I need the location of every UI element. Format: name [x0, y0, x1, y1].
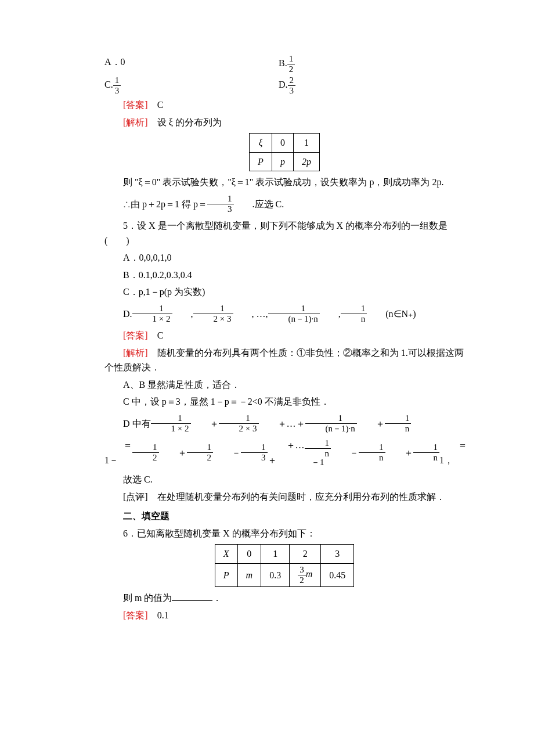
m-suffix: m — [306, 569, 313, 579]
q5-D-pre: D. — [104, 307, 132, 322]
q4-explain-line1: 则 "ξ＝0" 表示试验失败，"ξ＝1" 表示试验成功，设失败率为 p，则成功率… — [104, 175, 464, 190]
cell-p: p — [272, 152, 293, 171]
answer-label: [答案] — [123, 610, 148, 620]
opt-C-prefix: C. — [104, 80, 113, 89]
sum-1-n: 1n — [385, 414, 412, 433]
table-row: ξ 0 1 — [250, 134, 320, 153]
q6-blank-post: ． — [212, 593, 222, 603]
q6-distribution-table: X 0 1 2 3 P m 0.3 32m 0.45 — [215, 544, 354, 587]
q5-exp2: A、B 显然满足性质，适合． — [104, 377, 464, 393]
explain-label: [解析] — [123, 117, 148, 127]
opt-D-prefix: D. — [279, 80, 288, 89]
cell-1: 1 — [261, 545, 290, 564]
answer-label: [答案] — [123, 100, 148, 110]
cell-3-2-m: 32m — [290, 564, 321, 587]
q6-answer-value: 0.1 — [157, 610, 169, 620]
q4-distribution-table: ξ 0 1 P p 2p — [249, 133, 320, 171]
q6-answer-line: [答案] 0.1 — [104, 608, 464, 623]
tele-1-3: 13 — [241, 443, 268, 462]
q5-answer-line: [答案] C — [104, 328, 464, 343]
tele-1-2b: 12 — [187, 443, 214, 462]
frac-1-3: 13 — [113, 76, 121, 95]
eq-pre: ＝1－ — [104, 438, 132, 467]
q5-remark-text: 在处理随机变量分布列的有关问题时，应充分利用分布列的性质求解． — [157, 492, 445, 502]
tele-1-na: 1n — [359, 443, 385, 462]
table-row: P p 2p — [250, 152, 320, 171]
q5-exp1: [解析] 随机变量的分布列具有两个性质：①非负性；②概率之和为 1.可以根据这两… — [104, 345, 464, 375]
opt-B-prefix: B. — [279, 58, 287, 68]
q5-D-post: (n∈N₊) — [367, 307, 416, 322]
q5-option-B: B．0.1,0.2,0.3,0.4 — [104, 268, 464, 283]
cell-0.3: 0.3 — [261, 564, 290, 587]
tele-1-nb: 1n — [413, 443, 440, 462]
cell-2p: 2p — [293, 152, 319, 171]
remark-label: [点评] — [123, 492, 148, 502]
q4-option-D: D.23 — [279, 76, 464, 95]
plus-dots: ＋…＋ — [268, 438, 305, 467]
plus: ＋ — [357, 416, 385, 431]
sum-1-2x3: 12 × 3 — [219, 414, 259, 433]
cell-0: 0 — [272, 134, 293, 153]
q4-exp2-post: .应选 C. — [234, 197, 284, 212]
q5-exp4-pre: D 中有 — [104, 416, 151, 431]
q6-stem: 6．已知离散型随机变量 X 的概率分布列如下： — [104, 526, 464, 541]
q6-blank-line: 则 m 的值为． — [104, 591, 464, 606]
q5-exp5: ＝1－ 12 ＋ 12 － 13 ＋…＋ 1n－1 － 1n ＋ 1n ＝1， — [104, 438, 467, 467]
frac-2-3: 23 — [288, 76, 296, 95]
frac-3-2: 32 — [298, 566, 306, 585]
plus-dots: ＋…＋ — [259, 416, 305, 431]
frac-1-1x2: 11 × 2 — [132, 304, 172, 323]
q4-explain-line2: ∴由 p＋2p＝1 得 p＝13.应选 C. — [104, 195, 284, 214]
eq-end: ＝1， — [439, 438, 467, 467]
q5-exp3: C 中，设 p＝3，显然 1－p＝－2<0 不满足非负性． — [104, 394, 464, 409]
q5-option-C: C．p,1－p(p 为实数) — [104, 285, 464, 300]
cell-1: 1 — [293, 134, 319, 153]
sep: , — [172, 307, 193, 322]
frac-1-n: 1n — [341, 304, 367, 323]
q4-explain-intro: [解析] 设 ξ 的分布列为 — [104, 115, 464, 130]
q4-option-C: C.13 — [104, 76, 279, 95]
q5-exp6: 故选 C. — [104, 472, 464, 487]
frac-1-2x3: 12 × 3 — [193, 304, 233, 323]
plus: ＋ — [159, 445, 187, 460]
tele-1-2a: 12 — [132, 443, 159, 462]
table-row: X 0 1 2 3 — [215, 545, 353, 564]
sum-1-1x2: 11 × 2 — [151, 414, 191, 433]
q6-blank-pre: 则 m 的值为 — [123, 593, 172, 603]
cell-3: 3 — [321, 545, 354, 564]
q4-options-row2: C.13 D.23 — [104, 76, 464, 95]
frac-1-3b: 13 — [207, 195, 234, 214]
cell-xi: ξ — [250, 134, 272, 153]
plus: ＋ — [191, 416, 219, 431]
tele-1-nm1: 1n－1 — [305, 439, 331, 467]
q5-option-D: D. 11 × 2 , 12 × 3 , …, 1(n－1)·n , 1n (n… — [104, 304, 416, 323]
q5-option-A: A．0,0,0,1,0 — [104, 250, 464, 265]
cell-P: P — [215, 564, 237, 587]
cell-m: m — [237, 564, 261, 587]
q5-exp4: D 中有 11 × 2 ＋ 12 × 3 ＋…＋ 1(n－1)·n ＋ 1n — [104, 414, 411, 433]
q5-answer-value: C — [157, 330, 164, 340]
sep: , — [320, 307, 341, 322]
q4-option-A: A．0 — [104, 55, 279, 74]
minus: － — [331, 445, 359, 460]
cell-0.45: 0.45 — [321, 564, 354, 587]
q4-options-row1: A．0 B.12 — [104, 55, 464, 74]
answer-label: [答案] — [123, 330, 148, 340]
q4-explain-intro-text: 设 ξ 的分布列为 — [157, 117, 222, 127]
table-row: P m 0.3 32m 0.45 — [215, 564, 353, 587]
fill-in-blank[interactable] — [172, 591, 212, 601]
sum-1-nm1n: 1(n－1)·n — [305, 414, 357, 433]
q4-option-B: B.12 — [279, 55, 464, 74]
cell-P: P — [250, 152, 272, 171]
minus: － — [213, 445, 241, 460]
sep-dots: , …, — [233, 307, 268, 322]
q5-exp1-text: 随机变量的分布列具有两个性质：①非负性；②概率之和为 1.可以根据这两个性质解决… — [104, 348, 464, 373]
q4-answer-value: C — [157, 100, 164, 110]
frac-1-nm1n: 1(n－1)·n — [268, 304, 320, 323]
plus: ＋ — [385, 445, 413, 460]
cell-2: 2 — [290, 545, 321, 564]
q5-stem: 5．设 X 是一个离散型随机变量，则下列不能够成为 X 的概率分布列的一组数是(… — [104, 218, 464, 248]
section-2-title: 二、填空题 — [104, 509, 464, 524]
q4-exp2-pre: ∴由 p＋2p＝1 得 p＝ — [104, 197, 207, 212]
frac-1-2: 12 — [287, 55, 295, 74]
